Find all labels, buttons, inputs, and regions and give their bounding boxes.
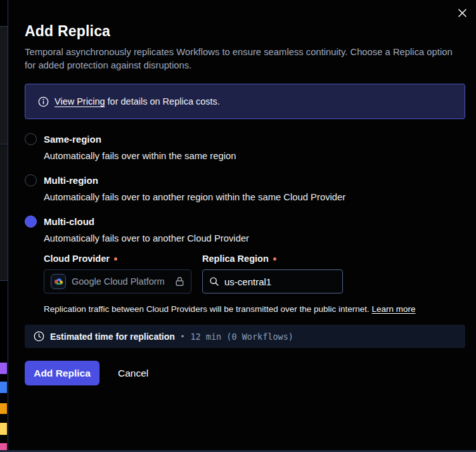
option-multi-cloud-description: Automatically fails over to another Clou… (44, 233, 465, 243)
modal-actions: Add Replica Cancel (25, 361, 465, 385)
background-panel (0, 145, 8, 281)
modal-description: Temporal asynchronously replicates Workf… (25, 46, 463, 72)
background-color-block-purple (0, 363, 7, 374)
background-color-block-yellow (0, 423, 7, 435)
pricing-banner-rest: for details on Replica costs. (105, 96, 220, 107)
close-icon (458, 8, 467, 18)
learn-more-link[interactable]: Learn more (372, 304, 416, 314)
cancel-button[interactable]: Cancel (118, 368, 148, 379)
option-multi-region-label[interactable]: Multi-region (44, 175, 98, 186)
estimate-banner: Estimated time for replication • 12 min … (25, 325, 465, 348)
background-color-block-orange (0, 403, 7, 414)
option-multi-cloud: Multi-cloud Automatically fails over to … (25, 216, 465, 314)
estimate-separator: • (181, 332, 184, 341)
option-multi-region-description: Automatically fails over to another regi… (44, 192, 465, 202)
screen: Add Replica Temporal asynchronously repl… (0, 0, 476, 452)
add-replica-modal: Add Replica Temporal asynchronously repl… (8, 0, 476, 450)
pricing-banner-text: View Pricing for details on Replica cost… (55, 96, 220, 107)
option-multi-cloud-label[interactable]: Multi-cloud (44, 216, 94, 227)
background-page-strip (0, 0, 8, 452)
required-dot (114, 257, 117, 261)
replica-option-group: Same-region Automatically fails over wit… (25, 133, 465, 314)
cloud-provider-select[interactable]: Google Cloud Platform (44, 269, 191, 294)
clock-icon (34, 331, 44, 342)
replica-region-label-text: Replica Region (202, 254, 269, 264)
modal-title: Add Replica (25, 23, 465, 40)
radio-same-region[interactable] (25, 133, 37, 145)
cloud-provider-value: Google Cloud Platform (72, 276, 169, 287)
close-button[interactable] (455, 6, 469, 20)
lock-icon (175, 276, 184, 287)
estimate-value: 12 min (0 Workflows) (190, 332, 293, 342)
radio-multi-region[interactable] (25, 174, 37, 186)
background-panel (0, 26, 8, 145)
required-dot (273, 257, 276, 261)
multi-cloud-form: Cloud Provider Replica Region (44, 254, 465, 314)
search-icon (209, 276, 219, 287)
option-same-region-description: Automatically fails over within the same… (44, 151, 465, 161)
option-same-region-label[interactable]: Same-region (44, 134, 101, 145)
option-multi-region: Multi-region Automatically fails over to… (25, 174, 465, 202)
public-internet-note-text: Replication traffic between Cloud Provid… (44, 304, 372, 314)
replica-region-field (202, 269, 343, 294)
cloud-provider-label-text: Cloud Provider (44, 254, 110, 264)
public-internet-note: Replication traffic between Cloud Provid… (44, 304, 465, 314)
pricing-info-banner: View Pricing for details on Replica cost… (25, 84, 465, 119)
option-same-region: Same-region Automatically fails over wit… (25, 133, 465, 161)
info-icon (38, 96, 49, 107)
estimate-label: Estimated time for replication (50, 332, 175, 342)
radio-multi-cloud[interactable] (25, 216, 37, 228)
background-color-block-blue (0, 382, 7, 393)
add-replica-button[interactable]: Add Replica (25, 361, 100, 385)
cloud-provider-label: Cloud Provider (44, 254, 202, 264)
google-cloud-logo-icon (51, 274, 66, 289)
replica-region-label: Replica Region (202, 254, 276, 264)
view-pricing-link[interactable]: View Pricing (55, 96, 105, 107)
replica-region-input[interactable] (224, 276, 326, 287)
